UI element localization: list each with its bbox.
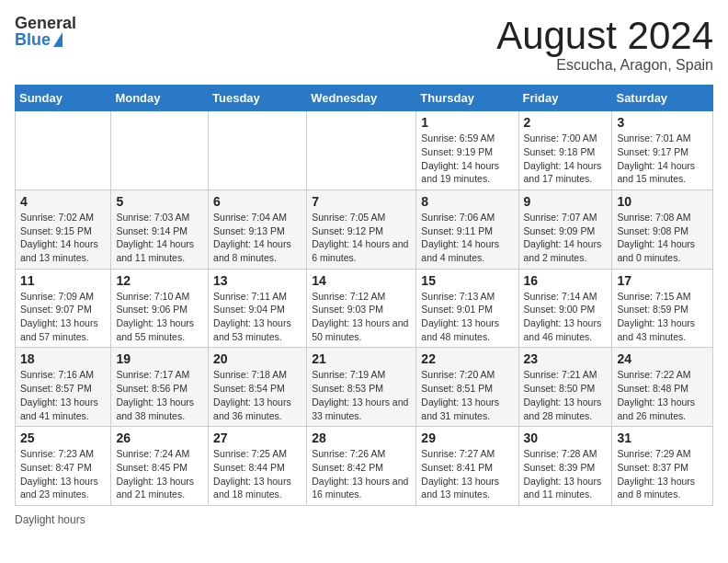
day-number: 2 — [524, 115, 608, 130]
calendar-subtitle: Escucha, Aragon, Spain — [496, 57, 713, 74]
day-info: Sunrise: 7:08 AM Sunset: 9:08 PM Dayligh… — [617, 211, 708, 265]
calendar-cell — [209, 111, 307, 190]
calendar-cell: 4Sunrise: 7:02 AM Sunset: 9:15 PM Daylig… — [16, 190, 111, 269]
day-number: 28 — [312, 431, 411, 445]
day-number: 9 — [524, 194, 608, 209]
day-info: Sunrise: 7:21 AM Sunset: 8:50 PM Dayligh… — [524, 368, 608, 422]
week-row-4: 18Sunrise: 7:16 AM Sunset: 8:57 PM Dayli… — [16, 348, 713, 427]
day-info: Sunrise: 7:26 AM Sunset: 8:42 PM Dayligh… — [312, 447, 411, 501]
day-number: 15 — [421, 273, 513, 288]
day-info: Sunrise: 7:23 AM Sunset: 8:47 PM Dayligh… — [20, 447, 106, 501]
day-info: Sunrise: 7:27 AM Sunset: 8:41 PM Dayligh… — [421, 447, 513, 501]
calendar-cell: 26Sunrise: 7:24 AM Sunset: 8:45 PM Dayli… — [111, 427, 209, 506]
column-header-saturday: Saturday — [612, 86, 713, 111]
week-row-5: 25Sunrise: 7:23 AM Sunset: 8:47 PM Dayli… — [16, 427, 713, 506]
column-header-monday: Monday — [111, 86, 209, 111]
calendar-cell: 25Sunrise: 7:23 AM Sunset: 8:47 PM Dayli… — [16, 427, 111, 506]
day-number: 20 — [213, 351, 301, 366]
day-number: 1 — [421, 115, 513, 130]
calendar-cell: 2Sunrise: 7:00 AM Sunset: 9:18 PM Daylig… — [518, 111, 612, 190]
day-number: 22 — [421, 351, 513, 366]
day-number: 4 — [20, 194, 106, 209]
day-info: Sunrise: 7:05 AM Sunset: 9:12 PM Dayligh… — [312, 211, 411, 265]
day-info: Sunrise: 7:04 AM Sunset: 9:13 PM Dayligh… — [213, 211, 301, 265]
calendar-header-row: SundayMondayTuesdayWednesdayThursdayFrid… — [16, 86, 713, 111]
calendar-cell: 22Sunrise: 7:20 AM Sunset: 8:51 PM Dayli… — [416, 348, 518, 427]
day-number: 26 — [116, 431, 203, 445]
calendar-cell: 7Sunrise: 7:05 AM Sunset: 9:12 PM Daylig… — [307, 190, 416, 269]
day-number: 21 — [312, 351, 411, 366]
day-number: 24 — [617, 351, 708, 366]
day-info: Sunrise: 7:10 AM Sunset: 9:06 PM Dayligh… — [116, 290, 203, 344]
day-info: Sunrise: 7:07 AM Sunset: 9:09 PM Dayligh… — [524, 211, 608, 265]
day-number: 3 — [617, 115, 708, 130]
calendar-cell: 14Sunrise: 7:12 AM Sunset: 9:03 PM Dayli… — [307, 269, 416, 348]
day-number: 11 — [20, 273, 106, 288]
calendar-cell: 8Sunrise: 7:06 AM Sunset: 9:11 PM Daylig… — [416, 190, 518, 269]
day-number: 14 — [312, 273, 411, 288]
calendar-cell: 18Sunrise: 7:16 AM Sunset: 8:57 PM Dayli… — [16, 348, 111, 427]
day-number: 16 — [524, 273, 608, 288]
calendar-cell — [307, 111, 416, 190]
day-info: Sunrise: 7:15 AM Sunset: 8:59 PM Dayligh… — [617, 290, 708, 344]
calendar-cell: 29Sunrise: 7:27 AM Sunset: 8:41 PM Dayli… — [416, 427, 518, 506]
day-info: Sunrise: 7:17 AM Sunset: 8:56 PM Dayligh… — [116, 368, 203, 422]
day-info: Sunrise: 7:24 AM Sunset: 8:45 PM Dayligh… — [116, 447, 203, 501]
calendar-cell: 5Sunrise: 7:03 AM Sunset: 9:14 PM Daylig… — [111, 190, 209, 269]
day-number: 8 — [421, 194, 513, 209]
day-number: 17 — [617, 273, 708, 288]
calendar-cell: 3Sunrise: 7:01 AM Sunset: 9:17 PM Daylig… — [612, 111, 713, 190]
calendar-cell: 24Sunrise: 7:22 AM Sunset: 8:48 PM Dayli… — [612, 348, 713, 427]
calendar-cell: 12Sunrise: 7:10 AM Sunset: 9:06 PM Dayli… — [111, 269, 209, 348]
calendar-cell: 21Sunrise: 7:19 AM Sunset: 8:53 PM Dayli… — [307, 348, 416, 427]
column-header-friday: Friday — [518, 86, 612, 111]
day-info: Sunrise: 7:25 AM Sunset: 8:44 PM Dayligh… — [213, 447, 301, 501]
day-info: Sunrise: 7:09 AM Sunset: 9:07 PM Dayligh… — [20, 290, 106, 344]
day-number: 27 — [213, 431, 301, 445]
calendar-cell — [111, 111, 209, 190]
week-row-3: 11Sunrise: 7:09 AM Sunset: 9:07 PM Dayli… — [16, 269, 713, 348]
logo-blue: Blue — [15, 31, 51, 48]
day-info: Sunrise: 7:03 AM Sunset: 9:14 PM Dayligh… — [116, 211, 203, 265]
day-number: 23 — [524, 351, 608, 366]
day-info: Sunrise: 7:01 AM Sunset: 9:17 PM Dayligh… — [617, 132, 708, 186]
calendar-cell: 23Sunrise: 7:21 AM Sunset: 8:50 PM Dayli… — [518, 348, 612, 427]
column-header-wednesday: Wednesday — [307, 86, 416, 111]
day-number: 19 — [116, 351, 203, 366]
day-info: Sunrise: 7:28 AM Sunset: 8:39 PM Dayligh… — [524, 447, 608, 501]
day-info: Sunrise: 7:19 AM Sunset: 8:53 PM Dayligh… — [312, 368, 411, 422]
column-header-tuesday: Tuesday — [209, 86, 307, 111]
day-number: 18 — [20, 351, 106, 366]
day-info: Sunrise: 7:22 AM Sunset: 8:48 PM Dayligh… — [617, 368, 708, 422]
day-info: Sunrise: 6:59 AM Sunset: 9:19 PM Dayligh… — [421, 132, 513, 186]
day-number: 7 — [312, 194, 411, 209]
day-number: 25 — [20, 431, 106, 445]
day-info: Sunrise: 7:14 AM Sunset: 9:00 PM Dayligh… — [524, 290, 608, 344]
day-info: Sunrise: 7:12 AM Sunset: 9:03 PM Dayligh… — [312, 290, 411, 344]
day-number: 6 — [213, 194, 301, 209]
calendar-cell: 6Sunrise: 7:04 AM Sunset: 9:13 PM Daylig… — [209, 190, 307, 269]
day-info: Sunrise: 7:06 AM Sunset: 9:11 PM Dayligh… — [421, 211, 513, 265]
day-info: Sunrise: 7:00 AM Sunset: 9:18 PM Dayligh… — [524, 132, 608, 186]
day-number: 13 — [213, 273, 301, 288]
day-number: 31 — [617, 431, 708, 445]
calendar-cell — [16, 111, 111, 190]
logo-triangle-icon — [53, 32, 63, 47]
day-info: Sunrise: 7:18 AM Sunset: 8:54 PM Dayligh… — [213, 368, 301, 422]
footer-note: Daylight hours — [15, 513, 713, 526]
day-info: Sunrise: 7:11 AM Sunset: 9:04 PM Dayligh… — [213, 290, 301, 344]
page-header: General Blue August 2024 Escucha, Aragon… — [15, 15, 713, 74]
column-header-thursday: Thursday — [416, 86, 518, 111]
day-info: Sunrise: 7:29 AM Sunset: 8:37 PM Dayligh… — [617, 447, 708, 501]
day-info: Sunrise: 7:02 AM Sunset: 9:15 PM Dayligh… — [20, 211, 106, 265]
day-number: 5 — [116, 194, 203, 209]
calendar-cell: 20Sunrise: 7:18 AM Sunset: 8:54 PM Dayli… — [209, 348, 307, 427]
day-number: 30 — [524, 431, 608, 445]
day-number: 10 — [617, 194, 708, 209]
calendar-cell: 10Sunrise: 7:08 AM Sunset: 9:08 PM Dayli… — [612, 190, 713, 269]
calendar-cell: 16Sunrise: 7:14 AM Sunset: 9:00 PM Dayli… — [518, 269, 612, 348]
calendar-cell: 30Sunrise: 7:28 AM Sunset: 8:39 PM Dayli… — [518, 427, 612, 506]
title-block: August 2024 Escucha, Aragon, Spain — [496, 15, 713, 74]
week-row-2: 4Sunrise: 7:02 AM Sunset: 9:15 PM Daylig… — [16, 190, 713, 269]
logo: General Blue — [15, 15, 76, 48]
